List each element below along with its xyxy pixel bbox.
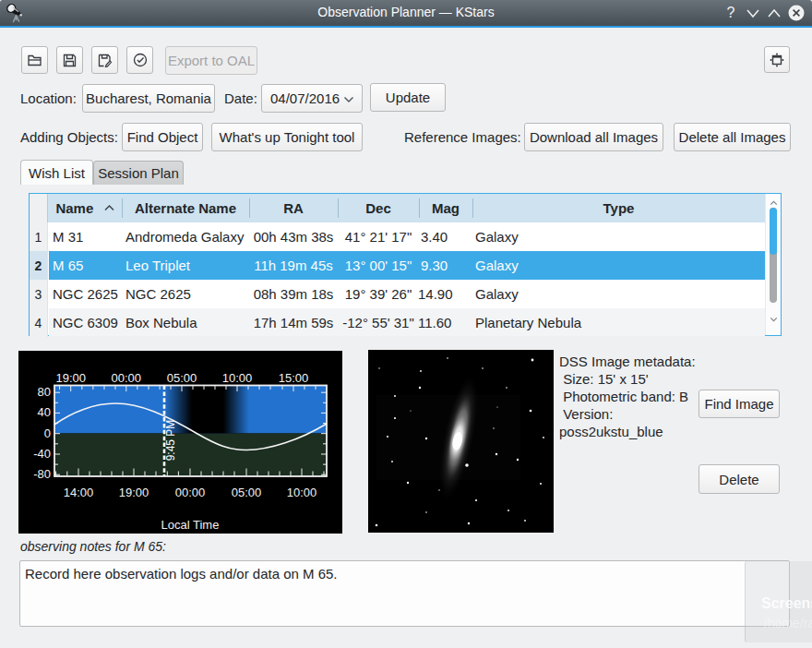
svg-text:80: 80 <box>38 385 51 399</box>
svg-text:05:00: 05:00 <box>232 486 262 499</box>
svg-text:19:00: 19:00 <box>55 371 86 385</box>
svg-text:15:00: 15:00 <box>279 371 309 385</box>
svg-text:19:00: 19:00 <box>119 486 149 499</box>
svg-text:10:00: 10:00 <box>222 371 253 385</box>
svg-text:Local Time: Local Time <box>161 518 220 532</box>
svg-text:10:00: 10:00 <box>287 486 317 499</box>
svg-text:00:00: 00:00 <box>175 486 206 499</box>
svg-text:-40: -40 <box>33 447 51 461</box>
svg-text:14:00: 14:00 <box>64 486 94 499</box>
svg-text:05:00: 05:00 <box>167 371 197 385</box>
svg-text:00:00: 00:00 <box>112 371 142 385</box>
svg-text:9:45 PM: 9:45 PM <box>164 420 177 462</box>
svg-text:-80: -80 <box>33 467 51 481</box>
svg-text:0: 0 <box>44 426 51 440</box>
svg-text:40: 40 <box>38 405 51 419</box>
